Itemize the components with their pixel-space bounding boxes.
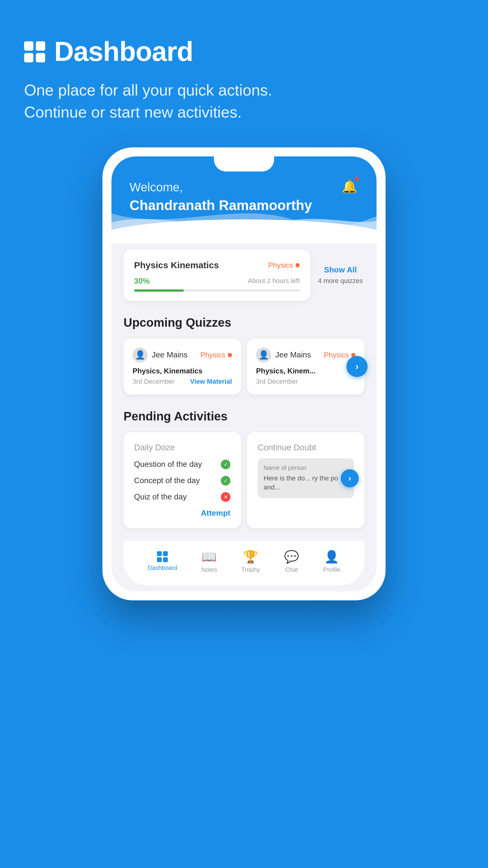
daily-doze-card: Daily Doze Question of the day ✓ Concept… [124, 432, 241, 528]
upcoming-date-2: 3rd December [256, 378, 298, 385]
progress-bar [134, 289, 300, 292]
nav-dashboard-grid-icon [157, 551, 168, 562]
upcoming-date-row-1: 3rd December View Material [133, 378, 232, 385]
upcoming-card-1-header: 👤 Jee Mains Physics [133, 347, 232, 363]
activity-item-3: Quiz of the day ✕ [134, 492, 230, 502]
nav-dashboard[interactable]: Dashboard [148, 551, 177, 571]
teacher-info-1: 👤 Jee Mains [133, 347, 188, 363]
quiz-title: Physics Kinematics [134, 260, 219, 270]
activity-item-1: Question of the day ✓ [134, 460, 230, 469]
upcoming-card-2[interactable]: 👤 Jee Mains Physics Physics, Kinem... [247, 338, 364, 395]
progress-percent: 30% [134, 276, 150, 286]
quiz-cards-row: 👤 Jee Mains Physics Physics, Kinematics [124, 338, 364, 395]
badge-dot-1 [228, 353, 232, 357]
nav-chat-label: Chat [285, 566, 298, 573]
nav-book-icon: 📖 [201, 550, 217, 564]
nav-trophy-icon: 🏆 [243, 550, 258, 564]
dashboard-grid-icon [24, 41, 45, 62]
nav-trophy[interactable]: 🏆 Trophy [241, 550, 260, 573]
check-done-1: ✓ [221, 460, 230, 469]
teacher-name-2: Jee Mains [275, 350, 311, 360]
teacher-avatar-2: 👤 [256, 347, 271, 363]
nav-dashboard-label: Dashboard [148, 564, 177, 571]
show-all-section: Show All 4 more quizzes [316, 265, 364, 285]
pending-title: Pending Activities [124, 410, 364, 423]
doubt-person: Name of person [264, 464, 348, 471]
activity-label-2: Concept of the day [134, 476, 200, 485]
subject-badge-1: Physics [200, 351, 232, 359]
notification-badge [354, 176, 360, 182]
phone-mockup: 🔔 Welcome, Chandranath Ramamoorthy [102, 147, 386, 600]
upcoming-subject-2: Physics, Kinem... [256, 367, 355, 375]
nav-chat[interactable]: 💬 Chat [284, 550, 299, 573]
pending-activities-section: Pending Activities Daily Doze Question o… [124, 410, 364, 528]
app-content: Physics Kinematics Physics 30% About 2 h… [111, 244, 377, 591]
nav-profile-label: Profile [323, 566, 340, 573]
doubt-text: Here is the do... ry the po and... [264, 474, 348, 493]
upcoming-date-1: 3rd December [133, 378, 174, 385]
header-section: Dashboard One place for all your quick a… [0, 0, 488, 141]
check-failed-3: ✕ [221, 492, 230, 502]
time-left: About 2 hours left [248, 277, 300, 285]
view-material-link[interactable]: View Material [190, 378, 232, 385]
nav-notes-label: Notes [201, 566, 217, 573]
activity-label-3: Quiz of the day [134, 492, 187, 501]
nav-chat-icon: 💬 [284, 550, 299, 564]
teacher-name-1: Jee Mains [152, 350, 188, 360]
doubt-chevron-right-icon: › [348, 473, 351, 483]
show-all-link[interactable]: Show All [324, 265, 357, 275]
phone-container: 🔔 Welcome, Chandranath Ramamoorthy [0, 141, 488, 624]
progress-fill [134, 289, 184, 292]
quiz-card-header: Physics Kinematics Physics [134, 260, 300, 270]
pending-cards-row: Daily Doze Question of the day ✓ Concept… [124, 432, 364, 528]
upcoming-title: Upcoming Quizzes [124, 316, 364, 330]
subject-badge: Physics [268, 261, 300, 270]
continue-doubt-title: Continue Doubt [258, 443, 354, 453]
continue-doubt-card[interactable]: Continue Doubt Name of person Here is th… [247, 432, 364, 528]
header-subtitle: One place for all your quick actions. Co… [24, 79, 464, 123]
activity-label-1: Question of the day [134, 460, 202, 469]
avatar-emoji-1: 👤 [135, 350, 145, 360]
activity-item-2: Concept of the day ✓ [134, 476, 230, 486]
phone-notch [214, 156, 274, 172]
wave-background [111, 195, 377, 244]
upcoming-quizzes-section: Upcoming Quizzes 👤 Jee Mains [124, 316, 364, 395]
avatar-emoji-2: 👤 [258, 350, 269, 360]
bottom-navigation: Dashboard 📖 Notes 🏆 Trophy 💬 Chat [124, 540, 364, 585]
attempt-link[interactable]: Attempt [134, 508, 230, 518]
nav-notes[interactable]: 📖 Notes [201, 550, 217, 573]
page-title: Dashboard [54, 36, 193, 67]
badge-dot [295, 263, 300, 267]
doubt-arrow-button[interactable]: › [341, 469, 359, 487]
quiz-arrow-button[interactable]: › [347, 356, 367, 377]
quiz-progress-section: Physics Kinematics Physics 30% About 2 h… [124, 250, 364, 301]
welcome-text: Welcome, [130, 181, 358, 194]
nav-person-icon: 👤 [324, 550, 339, 564]
more-quizzes-text: 4 more quizzes [318, 277, 363, 285]
upcoming-card-1[interactable]: 👤 Jee Mains Physics Physics, Kinematics [124, 338, 241, 395]
teacher-avatar-1: 👤 [133, 347, 148, 363]
quiz-progress-card[interactable]: Physics Kinematics Physics 30% About 2 h… [124, 250, 310, 301]
chevron-right-icon: › [355, 361, 359, 372]
notification-bell[interactable]: 🔔 [340, 178, 358, 195]
upcoming-subject-1: Physics, Kinematics [133, 367, 232, 375]
phone-inner: 🔔 Welcome, Chandranath Ramamoorthy [111, 156, 377, 591]
daily-doze-title: Daily Doze [134, 443, 230, 453]
upcoming-date-row-2: 3rd December [256, 378, 355, 385]
teacher-info-2: 👤 Jee Mains [256, 347, 311, 363]
progress-info: 30% About 2 hours left [134, 276, 300, 286]
title-row: Dashboard [24, 36, 464, 67]
check-done-2: ✓ [221, 476, 230, 486]
nav-profile[interactable]: 👤 Profile [323, 550, 340, 573]
doubt-chat-preview: Name of person Here is the do... ry the … [258, 458, 354, 498]
upcoming-card-2-header: 👤 Jee Mains Physics [256, 347, 355, 363]
nav-trophy-label: Trophy [241, 566, 260, 573]
bell-icon: 🔔 [341, 179, 357, 194]
